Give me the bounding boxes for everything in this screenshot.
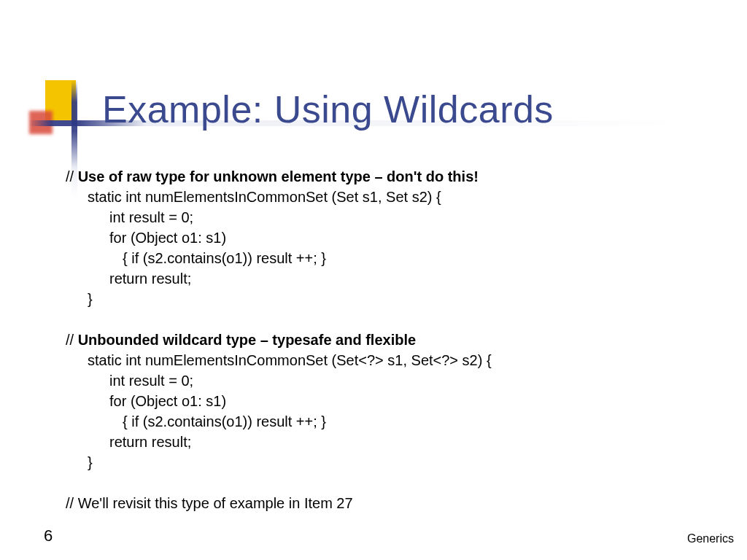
comment-wildcard-text: Unbounded wildcard type – typesafe and f… — [78, 332, 416, 348]
footer-label: Generics — [687, 532, 734, 545]
code2-signature: static int numElementsInCommonSet (Set<?… — [66, 350, 492, 370]
comment-raw-type: // Use of raw type for unknown element t… — [66, 166, 492, 187]
comment-raw-type-text: Use of raw type for unknown element type… — [78, 168, 479, 184]
slide-title: Example: Using Wildcards — [102, 88, 554, 131]
slide-body: // Use of raw type for unknown element t… — [66, 166, 492, 513]
code2-close: } — [66, 452, 492, 472]
page-number: 6 — [44, 526, 53, 545]
code1-for: for (Object o1: s1) — [66, 228, 492, 248]
code2-for: for (Object o1: s1) — [66, 391, 492, 411]
code1-return: return result; — [66, 268, 492, 289]
code1-signature: static int numElementsInCommonSet (Set s… — [66, 187, 492, 207]
spacer — [66, 309, 492, 330]
code1-result-init: int result = 0; — [66, 207, 492, 228]
code2-return: return result; — [66, 432, 492, 452]
code1-close: } — [66, 289, 492, 309]
slide-decoration — [29, 80, 95, 146]
comment-revisit: // We'll revisit this type of example in… — [66, 493, 492, 513]
code2-result-init: int result = 0; — [66, 370, 492, 391]
code1-if: { if (s2.contains(o1)) result ++; } — [66, 248, 492, 268]
comment-wildcard: // Unbounded wildcard type – typesafe an… — [66, 330, 492, 350]
code2-if: { if (s2.contains(o1)) result ++; } — [66, 411, 492, 432]
spacer — [66, 472, 492, 493]
